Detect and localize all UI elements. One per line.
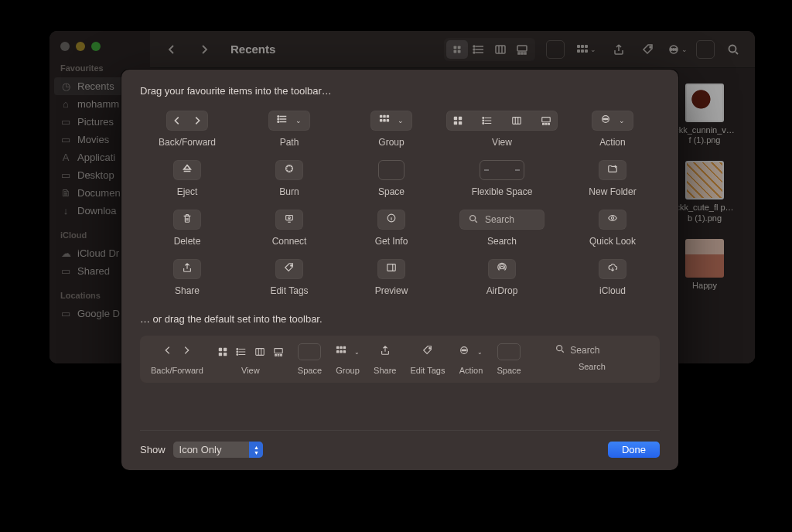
palette-		edit-tags[interactable]: Edit Tags: [242, 259, 336, 296]
minimize-window-button[interactable]: [76, 42, 85, 51]
ellipsis-circle-icon: [600, 114, 611, 128]
svg-rect-14: [585, 45, 588, 48]
sidebar-item-label: Desktop: [77, 169, 114, 181]
palette-item-share[interactable]: Share: [140, 259, 234, 296]
sidebar-item-label: mohamm: [77, 98, 119, 110]
icon-view-button[interactable]: [446, 40, 468, 59]
list-icon: [277, 114, 288, 128]
tag-icon: [422, 345, 433, 359]
svg-rect-44: [548, 124, 550, 125]
forward-button[interactable]: [193, 40, 215, 59]
svg-point-18: [650, 46, 651, 48]
sidebar-item-label: Movies: [77, 134, 109, 145]
default-item-edit-tags: Edit Tags: [410, 343, 445, 375]
svg-point-80: [466, 350, 467, 351]
file-thumbnail: [685, 239, 724, 278]
palette-item-space[interactable]: Space: [344, 160, 439, 197]
palette-label: Action: [599, 137, 625, 148]
tags-button[interactable]: [637, 40, 659, 59]
palette-item-view[interactable]: View: [446, 111, 558, 148]
svg-point-4: [473, 46, 475, 47]
list-view-button[interactable]: [468, 40, 490, 59]
palette-item-new-folder[interactable]: New Folder: [565, 160, 660, 197]
chevron-left-icon: [162, 345, 173, 359]
palette-item-connect[interactable]: Connect: [242, 210, 336, 247]
palette-label: Preview: [375, 285, 408, 296]
svg-rect-3: [458, 49, 461, 53]
palette-label: Flexible Space: [472, 186, 533, 197]
default-item-search: Search Search: [535, 343, 649, 371]
palette-item-action[interactable]: ⌄ Action: [565, 111, 660, 148]
eye-icon: [607, 213, 618, 227]
window-traffic-lights[interactable]: [50, 39, 150, 62]
gallery-view-icon: [273, 346, 284, 357]
nav-buttons: [161, 40, 215, 59]
svg-rect-9: [518, 53, 520, 54]
palette-item-icloud[interactable]: iCloud: [565, 259, 660, 296]
column-view-button[interactable]: [490, 40, 511, 59]
svg-rect-43: [545, 124, 547, 125]
eject-icon: [182, 163, 193, 177]
sidebar-item-label: Documen: [77, 187, 121, 199]
palette-item-path[interactable]: ⌄ Path: [242, 111, 336, 148]
palette-item-burn[interactable]: Burn: [242, 160, 336, 197]
back-button[interactable]: [161, 40, 183, 59]
default-toolbar-set[interactable]: Back/Forward View Space ⌄ Group Share Ed…: [140, 336, 660, 383]
palette-item-preview[interactable]: Preview: [344, 259, 439, 296]
file-item[interactable]: Happy: [670, 239, 739, 291]
default-item-action: ⌄ Action: [459, 343, 483, 375]
search-icon: [468, 213, 479, 227]
close-window-button[interactable]: [60, 42, 70, 51]
default-label: Back/Forward: [151, 366, 203, 375]
view-switcher[interactable]: [444, 38, 535, 61]
file-item[interactable]: ckk_cunnin_v…f (1).png: [670, 84, 739, 145]
done-button[interactable]: Done: [608, 442, 660, 458]
gallery-view-button[interactable]: [511, 40, 533, 59]
palette-item-eject[interactable]: Eject: [140, 160, 234, 197]
action-button[interactable]: ⌄: [667, 40, 688, 59]
trash-icon: [182, 213, 193, 227]
share-icon: [182, 262, 193, 276]
palette-item-quick-look[interactable]: Quick Look: [565, 210, 660, 247]
window-title: Recents: [230, 43, 275, 56]
search-button[interactable]: [722, 40, 744, 59]
svg-rect-58: [219, 348, 222, 351]
palette-label: Get Info: [375, 236, 408, 247]
palette-label: Path: [280, 137, 299, 148]
palette-item-search[interactable]: Search Search: [446, 210, 558, 247]
file-name: ckk_cunnin_v…f (1).png: [674, 125, 736, 145]
share-button[interactable]: [608, 40, 630, 59]
default-item-share: Share: [374, 343, 396, 375]
icon-view-icon: [217, 346, 228, 357]
file-item[interactable]: ckk_cute_fl p…b (1).png: [670, 161, 739, 223]
palette-item-flexible-space[interactable]: Flexible Space: [446, 160, 558, 197]
svg-rect-40: [513, 118, 521, 124]
group-button[interactable]: ⌄: [575, 40, 597, 59]
svg-rect-33: [454, 117, 457, 120]
palette-item-group[interactable]: ⌄ Group: [344, 111, 439, 148]
grid-icon: [379, 114, 390, 128]
zoom-window-button[interactable]: [91, 42, 101, 51]
svg-point-64: [237, 354, 238, 356]
palette-label: AirDrop: [486, 285, 518, 296]
chevron-left-icon: [167, 111, 187, 130]
svg-rect-72: [343, 346, 346, 350]
show-mode-select[interactable]: Icon Only ▲▼: [173, 442, 264, 458]
svg-rect-59: [224, 348, 227, 351]
svg-rect-13: [581, 45, 584, 48]
palette-item-airdrop[interactable]: AirDrop: [446, 259, 558, 296]
svg-rect-32: [387, 119, 390, 122]
palette-item-back-forward[interactable]: Back/Forward: [140, 111, 234, 148]
default-item-back-forward: Back/Forward: [151, 343, 203, 375]
file-name: ckk_cute_fl p…b (1).png: [674, 203, 736, 223]
customize-toolbar-sheet: Drag your favourite items into the toolb…: [121, 70, 678, 470]
default-item-view: View: [217, 343, 284, 375]
sidebar-right-icon: [386, 262, 397, 276]
palette-item-delete[interactable]: Delete: [140, 210, 234, 247]
svg-point-5: [473, 49, 475, 50]
palette-item-get-info[interactable]: Get Info: [344, 210, 439, 247]
default-item-space: Space: [298, 343, 322, 375]
svg-point-53: [470, 215, 476, 220]
pictures-icon: ▭: [60, 116, 71, 128]
sheet-footer: Show Icon Only ▲▼ Done: [140, 430, 660, 458]
